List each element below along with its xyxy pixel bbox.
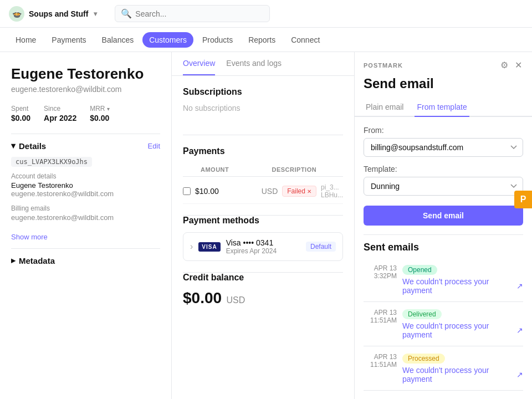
center-panel: Overview Events and logs Subscriptions N… [172, 52, 355, 399]
failed-x-icon: ✕ [307, 188, 311, 195]
email-3-external-icon: ↗ [516, 370, 523, 379]
account-details-group: Account details Eugene Testorenko eugene… [11, 172, 160, 198]
credit-amount-row: $0.00 USD [183, 289, 343, 307]
stat-since: Since Apr 2022 [44, 105, 76, 122]
customer-panel: Eugene Testorenko eugene.testorenko@wild… [0, 52, 172, 399]
payment-checkbox[interactable] [183, 187, 191, 195]
email-3-status: Processed [402, 354, 445, 364]
send-email-button[interactable]: Send email [364, 206, 523, 226]
close-button[interactable]: ✕ [514, 59, 523, 71]
visa-logo: VISA [198, 242, 220, 252]
postmark-header: POSTMARK ⚙ ✕ [355, 52, 532, 71]
email-3-date: APR 13 11:51AM [364, 353, 397, 383]
account-email: eugene.testorenko@wildbit.com [11, 190, 160, 198]
settings-button[interactable]: ⚙ [499, 59, 509, 71]
email-3-content: Processed We couldn't process your payme… [402, 353, 523, 383]
subscriptions-section: Subscriptions No subscriptions [172, 76, 354, 135]
stat-spent-value: $0.00 [11, 114, 30, 122]
search-input[interactable] [135, 9, 264, 18]
stat-spent-label: Spent [11, 105, 30, 112]
stat-mrr-value: $0.00 [90, 114, 110, 122]
template-label: Template: [364, 165, 523, 173]
billing-label: Billing emails [11, 204, 160, 212]
details-title: Details [19, 141, 46, 151]
details-section-header: ▾ Details Edit [11, 141, 160, 151]
payment-row: $10.00 USD Failed ✕ pi_3...LBHu... [183, 179, 343, 204]
customer-id-chip: cus_LVAPX3LKX9oJhs [11, 157, 92, 167]
brand-chevron-icon: ▾ [94, 10, 97, 18]
edit-link[interactable]: Edit [148, 142, 160, 150]
nav-item-customers[interactable]: Customers [142, 32, 193, 48]
sent-emails-title: Sent emails [364, 242, 523, 253]
nav-item-payments[interactable]: Payments [45, 32, 93, 48]
brand-icon: 🍲 [9, 6, 24, 22]
credit-amount: $0.00 [183, 289, 222, 306]
search-bar[interactable]: 🔍 [115, 5, 270, 22]
from-label: From: [364, 126, 523, 135]
account-name: Eugene Testorenko [11, 181, 160, 190]
billing-emails-group: Billing emails eugene.testorenko@wildbit… [11, 204, 160, 222]
email-tab-plain[interactable]: Plain email [364, 98, 406, 117]
sent-emails-section: Sent emails APR 13 3:32PM Opened We coul… [355, 242, 532, 393]
payments-table-header: AMOUNT DESCRIPTION [183, 163, 343, 177]
nav: Home Payments Balances Customers Product… [0, 28, 532, 52]
template-select[interactable]: Dunning [364, 177, 523, 196]
payment-status-badge: Failed ✕ [282, 186, 316, 197]
default-badge: Default [306, 242, 336, 252]
email-3-subject-link[interactable]: We couldn't process your payment ↗ [402, 366, 523, 383]
nav-item-balances[interactable]: Balances [95, 32, 141, 48]
card-arrow-left: › [190, 242, 193, 252]
visa-card[interactable]: › VISA Visa •••• 0341 Expires Apr 2024 D… [183, 232, 343, 261]
payment-methods-heading: Payment methods [183, 216, 343, 226]
th-check [183, 166, 201, 173]
postmark-actions: ⚙ ✕ [499, 59, 523, 71]
tab-events[interactable]: Events and logs [226, 52, 282, 75]
nav-item-reports[interactable]: Reports [242, 32, 282, 48]
th-amount: AMOUNT [201, 166, 272, 173]
email-form: From: billing@soupsandstuff.com Template… [355, 126, 532, 203]
email-1-status: Opened [402, 265, 437, 275]
email-tabs: Plain email From template [355, 98, 532, 117]
postmark-label: POSTMARK [364, 62, 403, 69]
stat-since-label: Since [44, 105, 76, 112]
card-info: Visa •••• 0341 Expires Apr 2024 [226, 238, 300, 255]
email-2-subject-link[interactable]: We couldn't process your payment ↗ [402, 321, 523, 339]
metadata-expand-icon: ▸ [11, 255, 16, 265]
payment-id: pi_3...LBHu... [321, 183, 343, 199]
nav-item-connect[interactable]: Connect [284, 32, 326, 48]
nav-item-home[interactable]: Home [9, 32, 43, 48]
metadata-title: Metadata [19, 256, 55, 265]
th-description: DESCRIPTION [272, 166, 344, 173]
email-2-status: Delivered [402, 309, 442, 319]
overview-tabs: Overview Events and logs [172, 52, 354, 76]
stat-mrr: MRR ▾ $0.00 [90, 105, 110, 122]
stats-row: Spent $0.00 Since Apr 2022 MRR ▾ $0.00 [11, 105, 160, 122]
nav-item-products[interactable]: Products [196, 32, 239, 48]
send-email-title: Send email [355, 71, 532, 98]
card-expiry: Expires Apr 2024 [226, 247, 300, 255]
from-select[interactable]: billing@soupsandstuff.com [364, 138, 523, 157]
postmark-floating-badge[interactable]: P [514, 191, 532, 208]
email-tab-template[interactable]: From template [415, 98, 469, 117]
billing-email: eugene.testorenko@wildbit.com [11, 213, 160, 222]
topbar: 🍲 Soups and Stuff ▾ 🔍 [0, 0, 532, 28]
brand[interactable]: 🍲 Soups and Stuff ▾ [9, 6, 97, 22]
payments-section: Payments AMOUNT DESCRIPTION $10.00 USD F… [172, 135, 354, 215]
stat-spent: Spent $0.00 [11, 105, 30, 122]
email-2-external-icon: ↗ [516, 326, 523, 335]
stat-since-value: Apr 2022 [44, 114, 76, 122]
email-1-subject-link[interactable]: We couldn't process your payment ↗ [402, 277, 523, 295]
customer-name: Eugene Testorenko [11, 65, 160, 83]
details-toggle[interactable]: ▾ Details [11, 141, 46, 151]
tab-overview[interactable]: Overview [183, 52, 215, 75]
show-more-link[interactable]: Show more [11, 233, 48, 241]
account-label: Account details [11, 172, 160, 180]
credit-section: Credit balance $0.00 USD [172, 273, 354, 318]
email-1-date: APR 13 3:32PM [364, 264, 397, 295]
metadata-toggle[interactable]: ▸ Metadata [11, 255, 160, 265]
email-1-external-icon: ↗ [516, 282, 523, 290]
no-subscriptions: No subscriptions [183, 104, 343, 112]
brand-name: Soups and Stuff [29, 9, 88, 18]
payment-methods-section: Payment methods › VISA Visa •••• 0341 Ex… [172, 216, 354, 272]
email-2-date: APR 13 11:51AM [364, 309, 397, 339]
